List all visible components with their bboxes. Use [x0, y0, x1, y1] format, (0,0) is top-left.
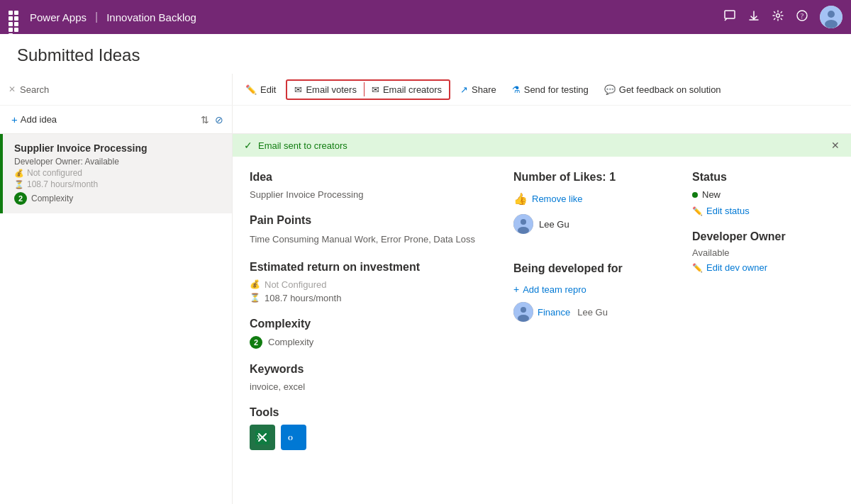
complexity-section: Complexity 2 Complexity [250, 318, 491, 349]
likes-col: Number of Likes: 1 👍 Remove like Lee Gu … [513, 171, 669, 491]
likes-title: Number of Likes: 1 [513, 171, 669, 184]
list-item-dev-owner: Developer Owner: Available [14, 157, 221, 167]
dev-owner-title: Developer Owner [692, 230, 834, 243]
page-title: Submitted Ideas [0, 34, 851, 74]
email-highlighted-group: ✉ Email voters ✉ Email creators [286, 79, 450, 100]
add-team-button[interactable]: + Add team repro [513, 284, 669, 295]
close-icon[interactable]: ✕ [9, 84, 16, 94]
svg-point-6 [825, 20, 838, 28]
edit-status-icon: ✏️ [692, 206, 703, 216]
team-person: Lee Gu [577, 307, 608, 318]
email-creators-button[interactable]: ✉ Email creators [365, 81, 449, 99]
team-avatar [513, 302, 533, 322]
list-item-title: Supplier Invoice Processing [14, 142, 221, 154]
svg-point-16 [518, 315, 529, 322]
svg-point-12 [521, 219, 526, 225]
edit-button[interactable]: ✏️ Edit [238, 81, 283, 99]
edit-dev-owner-button[interactable]: ✏️ Edit dev owner [692, 262, 834, 273]
voter-name: Lee Gu [539, 219, 569, 230]
sort-icon[interactable]: ⇅ [201, 114, 209, 125]
svg-rect-0 [725, 11, 735, 18]
idea-label: Idea [250, 171, 491, 184]
settings-icon[interactable] [772, 9, 784, 25]
user-avatar[interactable] [820, 6, 842, 28]
pain-points-section: Pain Points Time Consuming Manual Work, … [250, 214, 491, 247]
detail-content: Idea Supplier Invoice Processing Pain Po… [233, 157, 851, 504]
toolbar-row2: + Add idea ⇅ ⊘ [0, 105, 851, 133]
tools-section: Tools X O [250, 406, 491, 450]
pain-points-value: Time Consuming Manual Work, Error Prone,… [250, 233, 491, 247]
idea-value: Supplier Invoice Processing [250, 189, 491, 200]
complexity-badge: 2 [14, 192, 27, 205]
keywords-label: Keywords [250, 363, 491, 376]
complexity-label-list: Complexity [31, 194, 73, 203]
tools-label: Tools [250, 406, 491, 419]
outlook-tool-icon: O [281, 425, 306, 450]
top-navigation: Power Apps | Innovation Backlog ? [0, 0, 851, 34]
thumbs-up-icon: 👍 [513, 192, 528, 206]
roi-time-icon: ⏳ [250, 293, 260, 303]
being-developed-title: Being developed for [513, 262, 669, 275]
complexity-value: Complexity [268, 337, 313, 347]
help-icon[interactable]: ? [796, 9, 808, 25]
share-button[interactable]: ↗ Share [453, 81, 504, 99]
feedback-icon[interactable] [723, 9, 736, 25]
email-voters-button[interactable]: ✉ Email voters [287, 81, 364, 99]
keywords-section: Keywords invoice, excel [250, 363, 491, 392]
remove-like-button[interactable]: 👍 Remove like [513, 192, 669, 206]
complexity-row-list: 2 Complexity [14, 192, 221, 205]
filter-icon[interactable]: ⊘ [215, 114, 223, 125]
search-input[interactable] [20, 84, 223, 95]
team-cell: Finance [513, 302, 570, 322]
email-creators-icon: ✉ [372, 84, 379, 95]
tools-row: X O [250, 425, 491, 450]
roi-not-configured: 💰 Not Configured [250, 279, 491, 290]
add-idea-area: + Add idea ⇅ ⊘ [0, 106, 233, 134]
flask-icon: ⚗ [512, 84, 521, 95]
action-buttons: ✏️ Edit ✉ Email voters ✉ Email creators … [233, 74, 851, 105]
add-idea-button[interactable]: + Add idea [9, 112, 60, 127]
get-feedback-button[interactable]: 💬 Get feedback on solution [597, 81, 728, 99]
roi-icon: 💰 [14, 169, 24, 178]
hours-icon: ⏳ [14, 180, 24, 189]
svg-point-15 [521, 307, 526, 313]
team-row: Finance Lee Gu [513, 302, 669, 322]
download-icon[interactable] [747, 9, 760, 25]
toolbar-row1: ✕ ✏️ Edit ✉ Email voters ✉ Email creator… [0, 74, 851, 105]
add-team-icon: + [513, 284, 519, 295]
edit-dev-icon: ✏️ [692, 263, 703, 273]
grid-icon[interactable] [9, 11, 21, 23]
check-icon: ✓ [244, 140, 252, 151]
notification-text: Email sent to creators [258, 140, 347, 151]
roi-label: Estimated return on investment [250, 261, 491, 274]
edit-status-button[interactable]: ✏️ Edit status [692, 206, 834, 216]
svg-point-5 [828, 11, 835, 18]
dev-owner-section: Developer Owner Available ✏️ Edit dev ow… [692, 230, 834, 273]
notification-bar: ✓ Email sent to creators ✕ [233, 134, 851, 157]
svg-text:?: ? [801, 12, 804, 20]
complexity-badge-detail: 2 [250, 336, 262, 349]
left-panel: Supplier Invoice Processing Developer Ow… [0, 134, 233, 504]
roi-hours: ⏳ 108.7 hours/month [250, 293, 491, 303]
svg-text:X: X [257, 435, 261, 441]
list-item[interactable]: Supplier Invoice Processing Developer Ow… [0, 134, 232, 213]
svg-point-1 [777, 14, 780, 18]
toolbar-area: ✕ ✏️ Edit ✉ Email voters ✉ Email creator… [0, 74, 851, 134]
team-name[interactable]: Finance [538, 307, 570, 318]
notification-close-button[interactable]: ✕ [831, 140, 840, 151]
add-icon: + [11, 113, 18, 125]
status-dot [692, 192, 698, 198]
app-name: Power Apps [30, 11, 87, 23]
detail-main-col: Idea Supplier Invoice Processing Pain Po… [250, 171, 491, 491]
roi-section: Estimated return on investment 💰 Not Con… [250, 261, 491, 303]
email-voters-icon: ✉ [294, 84, 302, 95]
voter-avatar [513, 214, 533, 234]
search-area: ✕ [0, 74, 233, 105]
pain-points-label: Pain Points [250, 214, 491, 227]
excel-tool-icon: X [250, 425, 275, 450]
idea-section: Idea Supplier Invoice Processing [250, 171, 491, 200]
send-testing-button[interactable]: ⚗ Send for testing [505, 81, 596, 99]
edit-icon: ✏️ [245, 84, 257, 95]
right-panel: ✓ Email sent to creators ✕ Idea Supplier… [233, 134, 851, 504]
voter-row: Lee Gu [513, 214, 669, 234]
